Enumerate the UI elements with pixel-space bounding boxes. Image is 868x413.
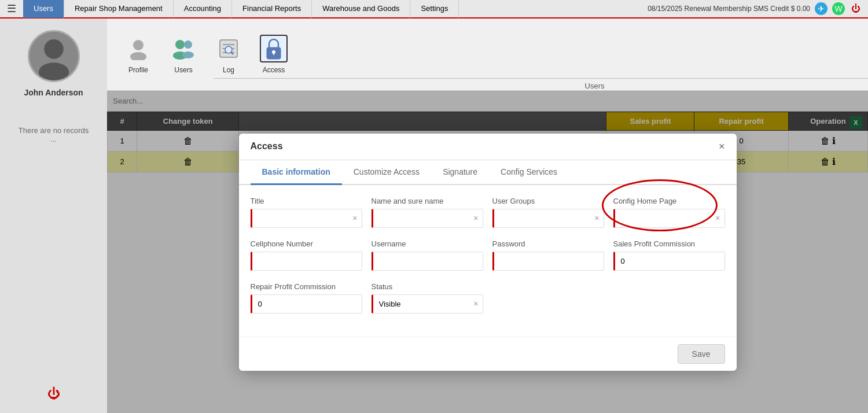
input-repair-profit-commission[interactable]	[251, 294, 362, 314]
clear-user-groups[interactable]: ×	[594, 213, 599, 223]
form-spacer-2	[613, 282, 725, 314]
nav-item-accounting[interactable]: Accounting	[174, 0, 232, 18]
form-row-1: Title × Name and sure name ×	[251, 197, 725, 228]
power-icon-nav[interactable]: ⏻	[849, 2, 862, 15]
label-status: Status	[372, 282, 483, 291]
whatsapp-icon[interactable]: W	[832, 2, 845, 15]
input-title[interactable]	[251, 209, 362, 228]
modal-close-button[interactable]: ×	[719, 141, 725, 153]
modal-title: Access	[251, 141, 283, 152]
input-user-groups[interactable]	[492, 209, 604, 228]
label-user-groups: User Groups	[492, 197, 604, 205]
label-config-home-page: Config Home Page	[613, 197, 725, 205]
label-cellphone: Cellphone Number	[251, 239, 362, 248]
svg-rect-17	[273, 52, 274, 55]
modal-header: Access ×	[239, 134, 737, 160]
clear-config-home-page[interactable]: ×	[715, 213, 720, 223]
avatar	[28, 30, 80, 82]
nav-right-info: 08/15/2025 Renewal Membership SMS Credit…	[648, 2, 868, 15]
profile-icon	[124, 35, 152, 62]
label-sales-profit-commission: Sales Profit Commission	[613, 239, 725, 248]
field-password: Password	[492, 239, 604, 271]
modal-overlay: Access × Basic information Customize Acc…	[107, 91, 868, 413]
clear-title[interactable]: ×	[352, 213, 357, 223]
modal-tabs: Basic information Customize Access Signa…	[239, 160, 737, 185]
form-row-2: Cellphone Number Username Password	[251, 239, 725, 271]
modal-footer: Save	[239, 337, 737, 371]
svg-point-5	[175, 40, 185, 49]
input-name-sure-name[interactable]	[372, 209, 483, 228]
svg-point-3	[133, 40, 144, 50]
input-config-home-page[interactable]	[613, 209, 725, 228]
sidebar-power-icon[interactable]: ⏻	[47, 386, 60, 401]
tab-config-services[interactable]: Config Services	[489, 160, 569, 185]
field-sales-profit-commission: Sales Profit Commission	[613, 239, 725, 271]
field-name-sure-name: Name and sure name ×	[372, 197, 483, 228]
tab-customize-access[interactable]: Customize Access	[342, 160, 431, 185]
tab-signature[interactable]: Signature	[431, 160, 489, 185]
toolbar-section-label: Users	[214, 78, 868, 90]
field-username: Username	[372, 239, 483, 271]
tab-basic-info[interactable]: Basic information	[251, 160, 342, 185]
nav-item-warehouse[interactable]: Warehouse and Goods	[312, 0, 410, 18]
field-title: Title ×	[251, 197, 362, 228]
access-button[interactable]: Access	[254, 32, 293, 77]
users-icon	[170, 35, 197, 62]
input-cellphone[interactable]	[251, 252, 362, 271]
label-password: Password	[492, 239, 604, 248]
clear-name[interactable]: ×	[473, 213, 478, 223]
log-button[interactable]: Log	[209, 32, 248, 77]
svg-point-1	[44, 39, 64, 59]
renewal-info: 08/15/2025 Renewal Membership SMS Credit…	[648, 5, 810, 13]
toolbar: Profile Users Log	[107, 19, 868, 91]
svg-point-7	[184, 40, 192, 49]
field-config-home-page: Config Home Page ×	[613, 197, 725, 228]
field-status: Status ×	[372, 282, 483, 314]
no-records-text: There are no records ...	[19, 126, 89, 143]
top-nav: ☰ Users Repair Shop Management Accountin…	[0, 0, 868, 19]
telegram-icon[interactable]: ✈	[815, 2, 827, 15]
form-row-3: Repair Profit Commission Status ×	[251, 282, 725, 314]
input-status[interactable]	[372, 294, 483, 314]
user-name: John Anderson	[24, 88, 83, 97]
field-user-groups: User Groups ×	[492, 197, 604, 228]
svg-point-8	[182, 51, 194, 58]
label-username: Username	[372, 239, 483, 248]
field-cellphone: Cellphone Number	[251, 239, 362, 271]
nav-item-users[interactable]: Users	[23, 0, 64, 18]
field-repair-profit-commission: Repair Profit Commission	[251, 282, 362, 314]
access-icon	[260, 35, 288, 62]
nav-item-financial[interactable]: Financial Reports	[232, 0, 312, 18]
input-username[interactable]	[372, 252, 483, 271]
hamburger-icon[interactable]: ☰	[0, 2, 23, 15]
label-repair-profit-commission: Repair Profit Commission	[251, 282, 362, 291]
clear-status[interactable]: ×	[473, 299, 478, 308]
input-password[interactable]	[492, 252, 604, 271]
form-spacer-1	[492, 282, 604, 314]
svg-point-4	[130, 52, 146, 60]
access-modal: Access × Basic information Customize Acc…	[239, 134, 737, 371]
profile-button[interactable]: Profile	[119, 32, 158, 77]
nav-item-repair[interactable]: Repair Shop Management	[64, 0, 174, 18]
label-name-sure-name: Name and sure name	[372, 197, 483, 205]
sidebar: John Anderson There are no records ... ⏻	[0, 19, 107, 413]
modal-body: Title × Name and sure name ×	[239, 185, 737, 337]
label-title: Title	[251, 197, 362, 205]
log-icon	[215, 35, 242, 62]
nav-item-settings[interactable]: Settings	[410, 0, 459, 18]
content-area: X # Change token Sales profit Repair pro…	[107, 91, 868, 413]
save-button[interactable]: Save	[678, 344, 725, 364]
users-button[interactable]: Users	[164, 32, 203, 77]
input-sales-profit-commission[interactable]	[613, 252, 725, 271]
